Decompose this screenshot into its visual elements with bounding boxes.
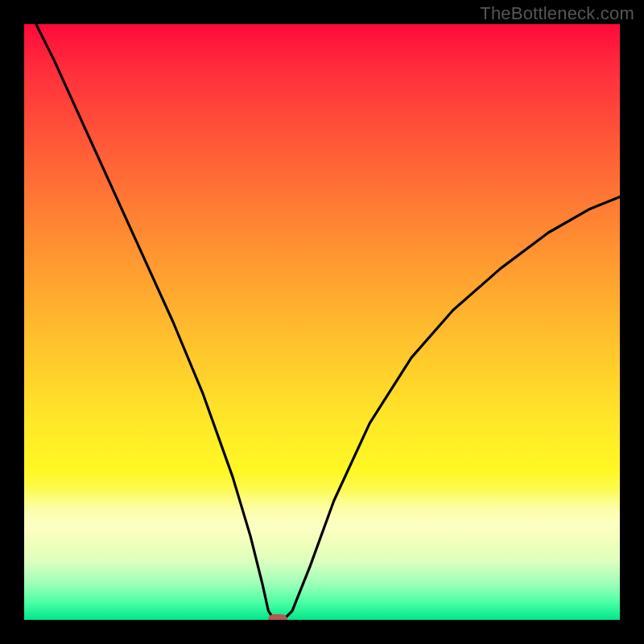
- chart-background-gradient: [24, 24, 620, 620]
- chart-plot-area: [24, 24, 620, 620]
- attribution-label: TheBottleneck.com: [480, 3, 634, 24]
- chart-minimum-marker: [268, 614, 287, 620]
